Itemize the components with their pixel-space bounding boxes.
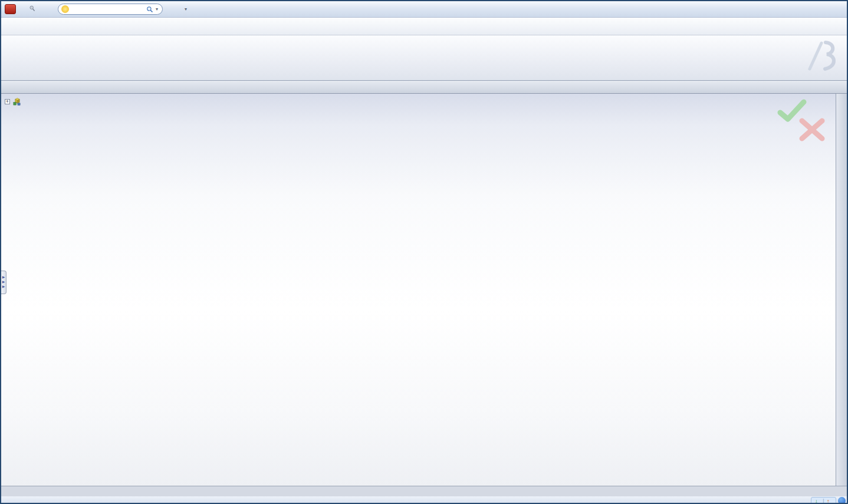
panel-splitter-handle[interactable]: ▶▶▶ bbox=[1, 271, 6, 294]
dassault-systemes-logo bbox=[802, 39, 840, 73]
search-dropdown-caret[interactable]: ▾ bbox=[156, 6, 158, 12]
model-tab-bar bbox=[1, 486, 847, 496]
browser-tray-icon[interactable] bbox=[838, 497, 846, 504]
task-pane-tab-strip bbox=[836, 94, 847, 486]
help-balloon-icon bbox=[61, 5, 69, 13]
command-manager-ribbon bbox=[1, 35, 847, 81]
help-button[interactable] bbox=[169, 4, 183, 14]
standard-views-toolbar bbox=[1, 18, 847, 35]
tree-expand-icon[interactable]: + bbox=[5, 99, 10, 104]
solidworks-logo-icon bbox=[5, 4, 16, 14]
feature-tree-root-node[interactable]: + bbox=[5, 97, 24, 106]
title-bar: ▾ ▾ bbox=[1, 1, 847, 18]
upload-arrow-icon: ↑ bbox=[827, 498, 830, 504]
help-dropdown-caret[interactable]: ▾ bbox=[185, 6, 187, 12]
titlebar-controls: ▾ bbox=[169, 4, 190, 14]
command-tab-row bbox=[1, 81, 847, 94]
main-area: + ▶▶▶ bbox=[1, 94, 847, 486]
solidworks-window: ▾ ▾ + ▶▶▶ bbox=[0, 0, 848, 504]
help-search-box[interactable]: ▾ bbox=[58, 4, 163, 15]
pin-menu-icon[interactable] bbox=[28, 5, 38, 14]
search-icon[interactable] bbox=[146, 6, 153, 13]
download-arrow-icon: ↓ bbox=[815, 498, 818, 504]
cancel-button[interactable] bbox=[798, 117, 826, 142]
status-bar: ↓ | ↑ bbox=[1, 496, 847, 504]
app-logo bbox=[4, 4, 24, 14]
assembly-icon bbox=[12, 97, 21, 106]
network-speed-indicator: ↓ | ↑ bbox=[811, 497, 836, 504]
graphics-viewport[interactable]: + ▶▶▶ bbox=[1, 94, 836, 486]
viewport-3d-model[interactable] bbox=[1, 94, 836, 486]
